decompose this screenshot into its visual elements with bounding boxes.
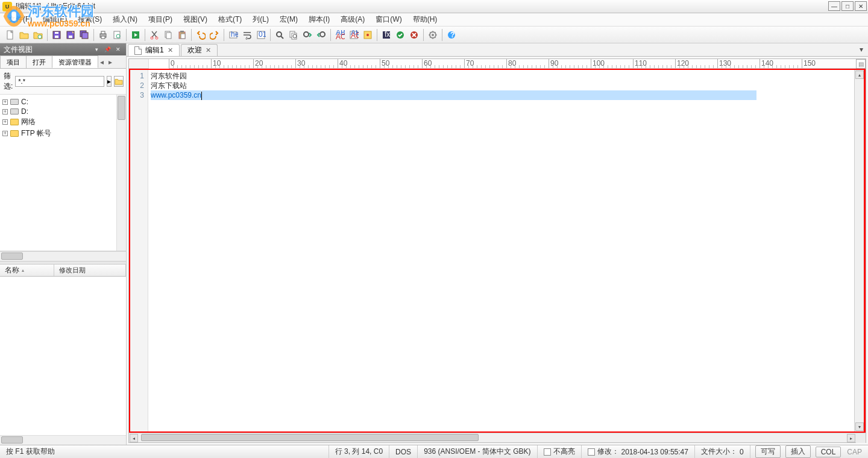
scroll-right-icon[interactable]: ▸ — [847, 434, 855, 442]
tab-close-icon[interactable]: ✕ — [206, 46, 211, 54]
document-tab-welcome[interactable]: 欢迎 ✕ — [181, 44, 218, 56]
menu-project[interactable]: 项目(P) — [143, 13, 177, 26]
find-next-icon[interactable] — [301, 28, 314, 42]
column-mode-button[interactable]: COL — [816, 447, 841, 457]
settings-icon[interactable] — [426, 28, 439, 42]
filter-input[interactable] — [15, 76, 104, 87]
open-file-icon[interactable] — [17, 28, 31, 42]
menu-macro[interactable]: 宏(M) — [275, 13, 303, 26]
find-icon[interactable] — [273, 28, 286, 42]
hex-icon[interactable]: hex — [227, 28, 240, 42]
tree-vertical-scrollbar[interactable] — [116, 95, 126, 251]
find-in-files-icon[interactable] — [287, 28, 300, 42]
sidebar-menu-icon[interactable]: ▾ — [92, 45, 101, 54]
open-quick-icon[interactable] — [31, 28, 45, 42]
sidebar-close-icon[interactable]: ✕ — [114, 45, 122, 54]
expand-icon[interactable]: + — [2, 99, 8, 105]
menu-search[interactable]: 搜索(S) — [73, 13, 107, 26]
run-icon[interactable] — [129, 28, 142, 42]
paste-icon[interactable] — [175, 28, 189, 42]
word-wrap-icon[interactable] — [241, 28, 254, 42]
expand-icon[interactable]: + — [2, 131, 8, 136]
maximize-button[interactable]: □ — [841, 1, 854, 11]
filter-browse-button[interactable] — [114, 76, 124, 87]
sidebar-tab-project[interactable]: 项目 — [0, 55, 27, 68]
ruler[interactable]: 0102030405060708090100110120130140150 — [169, 59, 866, 69]
bookmark-icon[interactable] — [361, 28, 374, 42]
editor-vertical-scrollbar[interactable]: ▴ ▾ — [854, 70, 864, 431]
scroll-thumb[interactable] — [118, 96, 125, 120]
menu-script[interactable]: 脚本(I) — [304, 13, 335, 26]
close-button[interactable]: ✕ — [855, 1, 867, 11]
highlight-checkbox[interactable] — [544, 448, 551, 456]
sidebar-tab-explorer[interactable]: 资源管理器 — [52, 55, 98, 68]
menu-window[interactable]: 窗口(W) — [371, 13, 406, 26]
function-list-icon[interactable]: fx — [380, 28, 393, 42]
outline-red-icon[interactable] — [407, 28, 421, 42]
title-bar: U [编辑1*] - UltraEdit 64-bit — □ ✕ — [0, 0, 868, 13]
scroll-left-icon[interactable]: ◂ — [130, 434, 138, 442]
menu-insert[interactable]: 插入(N) — [108, 13, 142, 26]
sidebar-tab-scroll-left-icon[interactable]: ◂ — [98, 55, 106, 68]
file-list[interactable] — [0, 277, 126, 435]
document-tab-active[interactable]: 编辑1 ✕ — [128, 44, 180, 56]
menu-advanced[interactable]: 高级(A) — [336, 13, 370, 26]
menu-column[interactable]: 列(L) — [248, 13, 274, 26]
menu-view[interactable]: 视图(V) — [178, 13, 212, 26]
editor-horizontal-scrollbar[interactable]: ◂ ▸ — [129, 433, 866, 442]
show-spaces-icon[interactable]: 010 — [254, 28, 268, 42]
menu-format[interactable]: 格式(T) — [213, 13, 247, 26]
column-modified[interactable]: 修改日期 — [54, 265, 126, 276]
menu-help[interactable]: 帮助(H) — [408, 13, 442, 26]
sidebar-tab-scroll-right-icon[interactable]: ▸ — [106, 55, 115, 68]
editor-container: 0102030405060708090100110120130140150 ▤ … — [128, 58, 866, 443]
sidebar-pin-icon[interactable]: 📌 — [103, 45, 112, 54]
save-as-icon[interactable] — [64, 28, 77, 42]
new-file-icon[interactable] — [4, 28, 17, 42]
tree-node-drive-d[interactable]: +D: — [1, 107, 125, 116]
tab-close-icon[interactable]: ✕ — [168, 46, 173, 54]
redo-icon[interactable] — [208, 28, 221, 42]
copy-icon[interactable] — [162, 28, 175, 42]
file-tree[interactable]: +C: +D: +网络 +FTP 帐号 — [0, 95, 126, 251]
column-name[interactable]: 名称▴ — [0, 265, 54, 276]
scroll-thumb[interactable] — [1, 436, 23, 444]
print-icon[interactable] — [96, 28, 110, 42]
help-icon[interactable]: ? — [445, 28, 458, 42]
sidebar-tab-open[interactable]: 打开 — [26, 55, 52, 68]
insert-mode-button[interactable]: 插入 — [785, 445, 811, 458]
tree-horizontal-scrollbar[interactable] — [0, 251, 126, 261]
undo-icon[interactable] — [194, 28, 207, 42]
status-eol[interactable]: DOS — [389, 445, 418, 458]
find-prev-icon[interactable] — [315, 28, 328, 42]
list-horizontal-scrollbar[interactable] — [0, 435, 126, 445]
tree-node-drive-c[interactable]: +C: — [1, 97, 125, 107]
save-all-icon[interactable] — [78, 28, 91, 42]
expand-icon[interactable]: + — [2, 119, 8, 125]
tree-node-ftp[interactable]: +FTP 帐号 — [1, 128, 125, 139]
tree-node-network[interactable]: +网络 — [1, 116, 125, 128]
scroll-thumb[interactable] — [141, 434, 479, 441]
status-encoding[interactable]: 936 (ANSI/OEM - 简体中文 GBK) — [418, 445, 537, 458]
svg-point-45 — [432, 34, 434, 36]
filter-go-button[interactable]: ▸ — [107, 76, 112, 87]
outline-green-icon[interactable] — [394, 28, 407, 42]
status-highlight[interactable]: 不高亮 — [538, 445, 582, 458]
readwrite-button[interactable]: 可写 — [755, 445, 781, 458]
scroll-thumb[interactable] — [1, 253, 23, 260]
split-view-icon[interactable]: ▤ — [856, 59, 866, 69]
scroll-down-icon[interactable]: ▾ — [855, 422, 864, 431]
scroll-up-icon[interactable]: ▴ — [855, 71, 864, 79]
editor-body: 1 2 3 河东软件园 河东下载站 www.pc0359.cn ▴ ▾ — [129, 69, 866, 433]
code-area[interactable]: 河东软件园 河东下载站 www.pc0359.cn — [148, 70, 854, 431]
cut-icon[interactable] — [148, 28, 161, 42]
minimize-button[interactable]: — — [828, 1, 840, 11]
save-icon[interactable] — [50, 28, 63, 42]
replace-in-files-icon[interactable]: ABAC — [347, 28, 360, 42]
expand-icon[interactable]: + — [2, 109, 8, 114]
print-preview-icon[interactable] — [110, 28, 124, 42]
replace-icon[interactable]: ABAC — [333, 28, 347, 42]
menu-file[interactable]: 文件(F) — [4, 13, 37, 26]
tab-list-dropdown-icon[interactable]: ▾ — [857, 45, 866, 54]
menu-edit[interactable]: 编辑(E) — [38, 13, 72, 26]
